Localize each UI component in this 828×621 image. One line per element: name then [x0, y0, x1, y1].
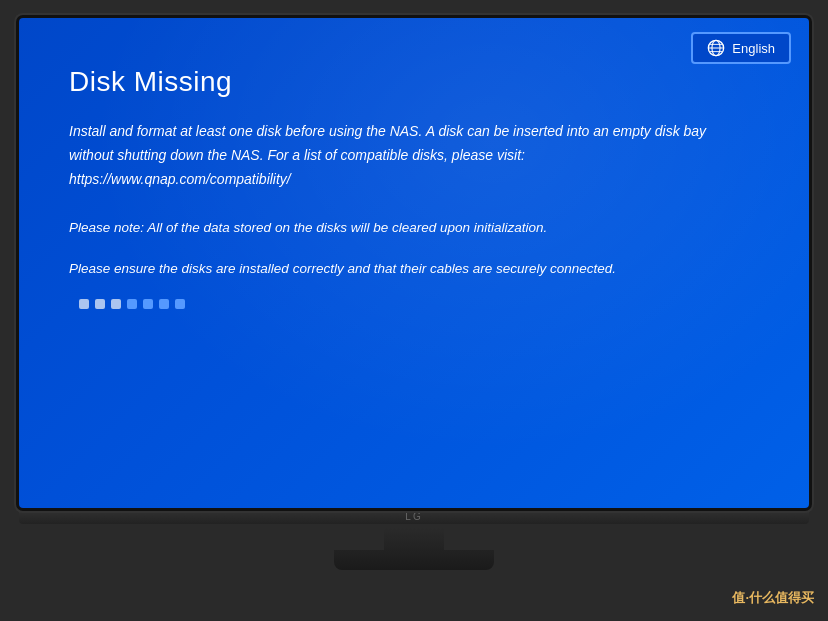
tv-screen-wrapper: English Disk Missing Install and format …: [19, 18, 809, 508]
screen-content: English Disk Missing Install and format …: [19, 18, 809, 508]
ensure-text: Please ensure the disks are installed co…: [69, 258, 669, 281]
watermark: 值·什么值得买: [732, 589, 814, 607]
page-title: Disk Missing: [69, 66, 759, 98]
globe-icon: [707, 39, 725, 57]
tv-stand: [334, 528, 494, 570]
dot-4: [127, 299, 137, 309]
dot-1: [79, 299, 89, 309]
description-text: Install and format at least one disk bef…: [69, 120, 749, 191]
dot-6: [159, 299, 169, 309]
stand-base: [334, 550, 494, 570]
language-button[interactable]: English: [691, 32, 791, 64]
dot-5: [143, 299, 153, 309]
tv-brand-label: LG: [405, 511, 422, 522]
tv-display: English Disk Missing Install and format …: [0, 0, 828, 621]
dot-3: [111, 299, 121, 309]
note-text: Please note: All of the data stored on t…: [69, 217, 709, 240]
loading-dots: [79, 299, 759, 309]
language-label: English: [732, 41, 775, 56]
stand-neck: [384, 528, 444, 550]
dot-7: [175, 299, 185, 309]
tv-bezel: LG: [19, 508, 809, 524]
dot-2: [95, 299, 105, 309]
